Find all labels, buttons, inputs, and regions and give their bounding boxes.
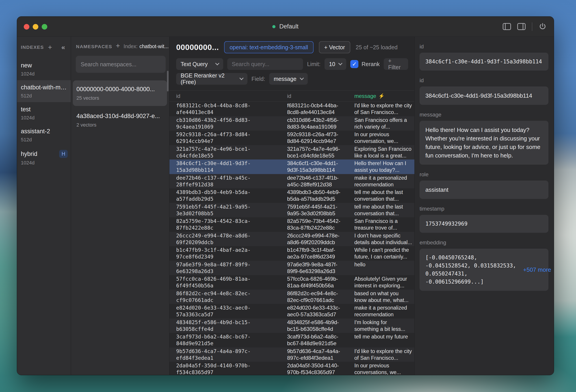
index-dimensions: 512d: [21, 137, 68, 143]
field-select[interactable]: message: [269, 73, 308, 85]
detail-field: embedding [-0.00450765248, -0.0451528542…: [420, 239, 548, 291]
table-header: id id message ⚡: [170, 90, 414, 102]
indexes-list: new 1024d chatbot-with-me... 512d test: [17, 58, 71, 169]
namespaces-scrollbar[interactable]: [167, 71, 169, 91]
table-row[interactable]: 4389bdb3-db50-4eb9-b5da-a57faddb29d5 438…: [170, 188, 414, 203]
limit-select[interactable]: 10: [324, 58, 346, 70]
message-cell: San Francisco is a treasure trove of...: [354, 218, 412, 231]
vectors-main-panel: 00000000... openai: text-embedding-3-sma…: [170, 37, 414, 375]
table-row[interactable]: cb310d86-43b2-4f56-8d83-9c4aea191069 cb3…: [170, 116, 414, 131]
limit-value: 10: [329, 61, 335, 67]
namespace-item[interactable]: 00000000-0000-4000-8000... 25 vectors: [73, 81, 167, 106]
metadata-id-cell: f683121c-0cb4-44ba-8cd8-afe44013ec84: [287, 102, 354, 115]
detail-field-label: timestamp: [420, 206, 548, 212]
metadata-id-cell: 4389bdb3-db50-4eb9-b5da-a57faddb29d5: [287, 189, 354, 202]
traffic-lights: [24, 24, 47, 29]
metadata-id-cell: e824d020-6e33-433c-aec0-57a3363ca5d7: [287, 305, 354, 318]
sidebar-index-item[interactable]: hybrid H 1024d: [17, 146, 71, 169]
detail-field-box[interactable]: [-0.00450765248, -0.0451528542, 0.031583…: [420, 249, 548, 291]
detail-field-value: assistant: [425, 186, 448, 194]
metadata-id-cell: 82a5759e-73b4-4542-83ca-87fb2422e88c: [287, 218, 354, 231]
message-cell: Absolutely! Given your interest in explo…: [354, 276, 412, 289]
message-cell: I'm looking for something a bit less...: [354, 319, 412, 333]
vector-id-cell: 7591eb5f-445f-4a21-9a95-3e3d02f08bb5: [176, 203, 287, 217]
metadata-id-cell: 2da04a5f-350d-4140-970b-f534c8365d97: [287, 362, 354, 375]
table-row[interactable]: 9b57d636-4ca7-4a4a-897c-efd84f3edea1 9b5…: [170, 347, 414, 362]
detail-field-box[interactable]: Hello there! How can I assist you today?…: [420, 121, 548, 165]
column-header-id[interactable]: id: [176, 93, 287, 99]
index-name: assistant-2: [21, 128, 50, 135]
app-window: Default INDEXES + « new: [17, 16, 554, 375]
table-row[interactable]: 2da04a5f-350d-4140-970b-f534c8365d97 2da…: [170, 362, 414, 375]
metadata-id-cell: 4834825f-e586-4b9d-bc15-b63058cffe4d: [287, 319, 354, 333]
record-detail-panel: id 384c6cf1-c30e-4dd1-9d3f-15a3d98bb114 …: [415, 37, 554, 375]
index-label: Index:: [123, 43, 138, 50]
close-window-button[interactable]: [24, 24, 29, 29]
limit-label: Limit:: [307, 61, 320, 67]
collapse-sidebar-icon[interactable]: «: [61, 43, 65, 51]
toggle-right-panel-icon[interactable]: [517, 23, 526, 30]
detail-field-box[interactable]: 384c6cf1-c30e-4dd1-9d3f-15a3d98bb114: [420, 86, 548, 105]
message-cell: Hello there! How can I assist you today?…: [354, 160, 412, 173]
index-name: chatbot-with-me...: [21, 84, 68, 91]
field-label: Field:: [252, 76, 265, 82]
table-row[interactable]: 26ccc249-e994-478e-a8d6-69f20209ddcb 26c…: [170, 232, 414, 246]
detail-field-box[interactable]: 384c6cf1-c30e-4dd1-9d3f-15a3d98bb114: [420, 53, 548, 71]
namespaces-header: NAMESPACES: [76, 44, 112, 49]
metadata-id-cell: 9b57d636-4ca7-4a4a-897c-efd84f3edea1: [287, 348, 354, 361]
add-index-icon[interactable]: +: [48, 45, 53, 50]
lightning-icon: ⚡: [378, 93, 384, 99]
table-row[interactable]: 86f82d2c-ec94-4e8c-82ec-cf9c07661adc 86f…: [170, 290, 414, 304]
namespace-vector-count: 25 vectors: [76, 95, 163, 101]
detail-field-box[interactable]: 1753749932969: [420, 215, 548, 233]
column-header-id-metadata[interactable]: id: [287, 93, 354, 99]
index-name: new: [21, 62, 32, 69]
toggle-left-panel-icon[interactable]: [503, 23, 511, 30]
detail-field-label: message: [420, 112, 548, 118]
sidebar-index-item[interactable]: chatbot-with-me... 512d: [17, 80, 71, 102]
column-header-message[interactable]: message ⚡: [354, 93, 414, 99]
sidebar-index-item[interactable]: test 1024d: [17, 102, 71, 124]
power-icon[interactable]: [539, 23, 547, 31]
table-row[interactable]: 57fcc0ca-6826-469b-81aa-6f49f450b56a 57f…: [170, 275, 414, 290]
message-cell: tell me about the last conversation that…: [354, 203, 412, 217]
index-dimensions: 1024d: [21, 160, 68, 166]
detail-field-box[interactable]: assistant: [420, 181, 548, 199]
add-vector-button[interactable]: + Vector: [319, 41, 350, 53]
detail-field: message Hello there! How can I assist yo…: [420, 112, 548, 165]
namespace-search-input[interactable]: [76, 56, 166, 73]
table-row[interactable]: 7591eb5f-445f-4a21-9a95-3e3d02f08bb5 759…: [170, 203, 414, 218]
rerank-checkbox[interactable]: ✓: [350, 60, 358, 68]
embedding-model-badge[interactable]: openai: text-embedding-3-small: [224, 41, 313, 53]
query-mode-select[interactable]: Text Query: [176, 58, 223, 70]
zoom-window-button[interactable]: [42, 24, 47, 29]
namespace-item[interactable]: 4a38aced-310d-4d8d-9027-e... 2 vectors: [73, 107, 167, 133]
table-row[interactable]: 3caf973d-b6a2-4a8c-bc67-848d9e921d5e 3ca…: [170, 333, 414, 347]
sidebar-index-item[interactable]: new 1024d: [17, 58, 71, 80]
metadata-id-cell: 592c9318-c26a-4f73-8d84-62914ccb94e7: [287, 131, 354, 144]
add-filter-button[interactable]: + Filter: [384, 58, 408, 70]
table-row[interactable]: 321a757c-4a7e-4e96-bce1-c64cfde18e55 321…: [170, 145, 414, 160]
minimize-window-button[interactable]: [33, 24, 38, 29]
detail-field-value: 384c6cf1-c30e-4dd1-9d3f-15a3d98bb114: [425, 91, 532, 100]
vector-id-cell: 9b57d636-4ca7-4a4a-897c-efd84f3edea1: [176, 348, 287, 361]
table-row[interactable]: 82a5759e-73b4-4542-83ca-87fb2422e88c 82a…: [170, 217, 414, 232]
vector-id-cell: e824d020-6e33-433c-aec0-57a3363ca5d7: [176, 305, 287, 318]
table-row[interactable]: 97a6e3f9-9e8a-487f-89f9-6e63298a26d3 97a…: [170, 261, 414, 275]
embedding-more-link[interactable]: +507 more: [519, 266, 551, 273]
add-namespace-icon[interactable]: +: [116, 43, 120, 48]
table-row[interactable]: 4834825f-e586-4b9d-bc15-b63058cffe4d 483…: [170, 318, 414, 333]
table-row[interactable]: e824d020-6e33-433c-aec0-57a3363ca5d7 e82…: [170, 304, 414, 318]
table-row[interactable]: 592c9318-c26a-4f73-8d84-62914ccb94e7 592…: [170, 131, 414, 145]
reranker-select[interactable]: BGE Reranker v2 (Free): [176, 73, 247, 85]
table-row[interactable]: 384c6cf1-c30e-4dd1-9d3f-15a3d98bb114 384…: [170, 160, 414, 174]
search-query-input[interactable]: [227, 58, 303, 70]
detail-field-value: 384c6cf1-c30e-4dd1-9d3f-15a3d98bb114: [425, 57, 542, 66]
message-cell: I'd like to explore the city of San Fran…: [354, 102, 412, 115]
sidebar-index-item[interactable]: assistant-2 512d: [17, 124, 71, 146]
table-row[interactable]: dee72b46-c137-4f1b-a45c-28ffef912d38 dee…: [170, 174, 414, 189]
metadata-id-cell: 321a757c-4a7e-4e96-bce1-c64cfde18e55: [287, 146, 354, 159]
table-row[interactable]: f683121c-0cb4-44ba-8cd8-afe44013ec84 f68…: [170, 102, 414, 116]
table-row[interactable]: b1c47fb9-3c1f-4baf-ae2a-97ce8f6d2349 b1c…: [170, 246, 414, 261]
vector-id-cell: 97a6e3f9-9e8a-487f-89f9-6e63298a26d3: [176, 261, 287, 275]
